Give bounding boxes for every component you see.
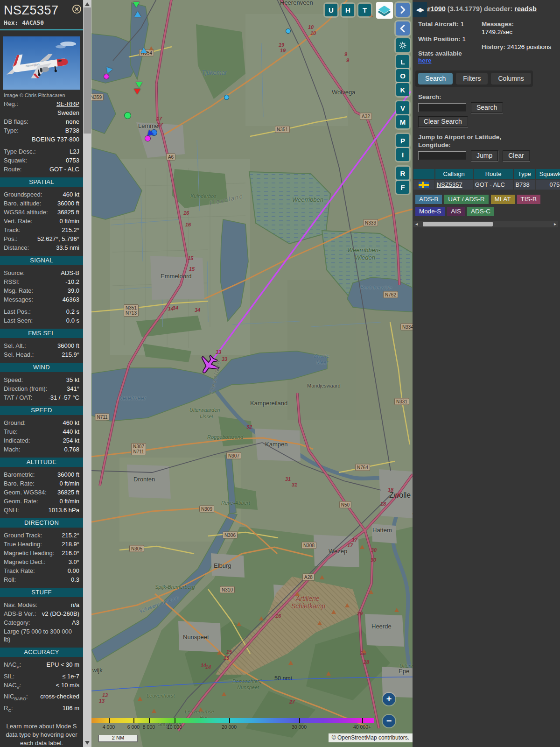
- table-horizontal-scrollbar[interactable]: ◂ ▸: [413, 221, 558, 227]
- close-icon[interactable]: [72, 4, 82, 14]
- search-label: Search:: [418, 93, 525, 101]
- map-button-h[interactable]: H: [342, 4, 354, 16]
- settings-button[interactable]: [396, 38, 410, 52]
- row-route: GOT - ALC: [474, 180, 513, 190]
- traffic-arrow-marker[interactable]: [136, 82, 142, 88]
- scroll-left-icon[interactable]: ◂: [415, 221, 418, 226]
- badge-tis-b[interactable]: TIS-B: [517, 195, 541, 204]
- data-label: NICBARO:: [4, 692, 28, 703]
- data-value: 3.0°: [69, 558, 79, 566]
- data-value: < 10 m/s: [56, 681, 79, 692]
- tab-columns[interactable]: Columns: [491, 73, 531, 85]
- data-row: Magnetic Heading:216.0°: [0, 549, 83, 557]
- scroll-down-icon[interactable]: [85, 741, 90, 745]
- data-label: Type Desc.:: [4, 148, 36, 155]
- col-type[interactable]: Type: [514, 169, 535, 179]
- map-button-f[interactable]: F: [396, 181, 409, 194]
- traffic-dot-marker[interactable]: [124, 112, 131, 119]
- data-value: v2 (DO-260B): [42, 610, 79, 618]
- readsb-link[interactable]: readsb: [514, 5, 537, 13]
- zoom-in-button[interactable]: +: [383, 693, 395, 705]
- tar1090-info-panel: ◀▶ tar1090 (3.14.1779) decoder: readsb T…: [413, 0, 560, 747]
- map-button-p[interactable]: P: [396, 134, 409, 147]
- scroll-up-icon[interactable]: [85, 2, 90, 6]
- legend-tick-label: 6 000: [127, 724, 140, 730]
- aircraft-table: Callsign Route Type Squawk Alt. (ft) NSZ…: [413, 168, 560, 190]
- traffic-dot-marker[interactable]: [104, 74, 109, 79]
- map-button-l[interactable]: L: [396, 55, 409, 68]
- collapse-left-button[interactable]: [396, 21, 410, 35]
- badge-ads-b[interactable]: ADS-B: [415, 195, 442, 204]
- map-button-v[interactable]: V: [396, 101, 409, 114]
- scrollbar-thumb[interactable]: [84, 7, 91, 134]
- badge-ads-c[interactable]: ADS-C: [467, 207, 494, 216]
- traffic-arrow-marker[interactable]: [140, 48, 147, 53]
- traffic-arrow-marker[interactable]: [134, 11, 141, 17]
- badge-mode-s[interactable]: Mode-S: [415, 207, 445, 216]
- data-label: TAT / OAT:: [4, 394, 32, 402]
- layers-button[interactable]: [376, 2, 393, 19]
- map-button-r[interactable]: R: [396, 167, 409, 180]
- map-button-i[interactable]: I: [396, 148, 409, 161]
- data-row: Last Seen:0.0 s: [0, 316, 83, 325]
- traffic-dot-marker[interactable]: [145, 135, 151, 141]
- sidebar-scrollbar[interactable]: [83, 0, 91, 747]
- row-callsign-link[interactable]: NSZ5357: [437, 181, 462, 188]
- data-row: Baro. altitude:36000 ft: [0, 199, 83, 208]
- data-row: ADS-B Ver.:v2 (DO-260B): [0, 609, 83, 618]
- registration-link[interactable]: SE-RRP: [56, 100, 79, 108]
- col-squawk[interactable]: Squawk: [536, 169, 560, 179]
- map-button-u[interactable]: U: [325, 4, 337, 16]
- data-label: NACV:: [4, 681, 21, 692]
- traffic-dot-marker[interactable]: [224, 95, 229, 100]
- data-row: Nav. Modes:n/a: [0, 600, 83, 609]
- section-header-spatial: SPATIAL: [0, 177, 83, 187]
- jump-clear-button[interactable]: Clear: [503, 150, 529, 161]
- traffic-arrow-marker[interactable]: [133, 2, 140, 7]
- scroll-right-icon[interactable]: ▸: [554, 221, 556, 226]
- data-label: Sel. Head.:: [4, 351, 34, 359]
- traffic-arrow-marker[interactable]: [134, 89, 140, 94]
- data-label: Geom. WGS84:: [4, 488, 47, 496]
- col-route[interactable]: Route: [474, 169, 513, 179]
- data-value: Sweden: [57, 109, 79, 117]
- badge-ais[interactable]: AIS: [447, 207, 465, 216]
- data-label: Direction (from):: [4, 385, 47, 393]
- zoom-out-button[interactable]: −: [383, 715, 395, 727]
- search-input[interactable]: [418, 103, 466, 112]
- clear-search-button[interactable]: Clear Search: [418, 116, 468, 127]
- aircraft-photo[interactable]: norwegian: [3, 36, 80, 90]
- map-canvas: [91, 0, 413, 747]
- table-row[interactable]: NSZ5357 GOT - ALC B738 0753 36000: [413, 180, 560, 190]
- badge-mlat[interactable]: MLAT: [491, 195, 515, 204]
- traffic-dot-marker[interactable]: [286, 28, 291, 34]
- data-value: 35 kt: [66, 376, 79, 384]
- panel-toggle-icon[interactable]: ◀▶: [413, 2, 427, 17]
- map[interactable]: HeerenveenWolvegaTjûkemarLemmerEmmeloord…: [91, 0, 413, 747]
- data-row: Messages:46363: [0, 295, 83, 304]
- tab-search[interactable]: Search: [418, 73, 453, 85]
- map-button-o[interactable]: O: [396, 69, 409, 82]
- data-row: Track Rate:0.00: [0, 566, 83, 575]
- map-button-m[interactable]: M: [396, 115, 409, 128]
- data-label: Speed:: [4, 376, 23, 384]
- map-button-k[interactable]: K: [396, 83, 409, 96]
- map-button-t[interactable]: T: [358, 4, 371, 16]
- data-row: SIL:≤ 1e-7: [0, 672, 83, 681]
- badge-uat-ads-r[interactable]: UAT / ADS-R: [444, 195, 488, 204]
- map-attribution[interactable]: © OpenStreetMap contributors.: [329, 733, 413, 742]
- peak-icon: [222, 692, 226, 696]
- stats-here-link[interactable]: here: [418, 57, 432, 64]
- jump-input[interactable]: [418, 151, 466, 160]
- data-value: 33.5 nmi: [56, 244, 79, 252]
- data-value: 215.2°: [62, 531, 79, 539]
- data-row: Distance:33.5 nmi: [0, 243, 83, 252]
- col-callsign[interactable]: Callsign: [435, 169, 473, 179]
- hscroll-thumb[interactable]: [423, 222, 493, 226]
- expand-right-button[interactable]: [396, 3, 410, 17]
- search-button[interactable]: Search: [471, 102, 503, 113]
- jump-button[interactable]: Jump: [471, 150, 498, 161]
- data-label: Magnetic Decl.:: [4, 558, 46, 566]
- data-value: n/a: [71, 601, 79, 609]
- tab-filters[interactable]: Filters: [456, 73, 488, 85]
